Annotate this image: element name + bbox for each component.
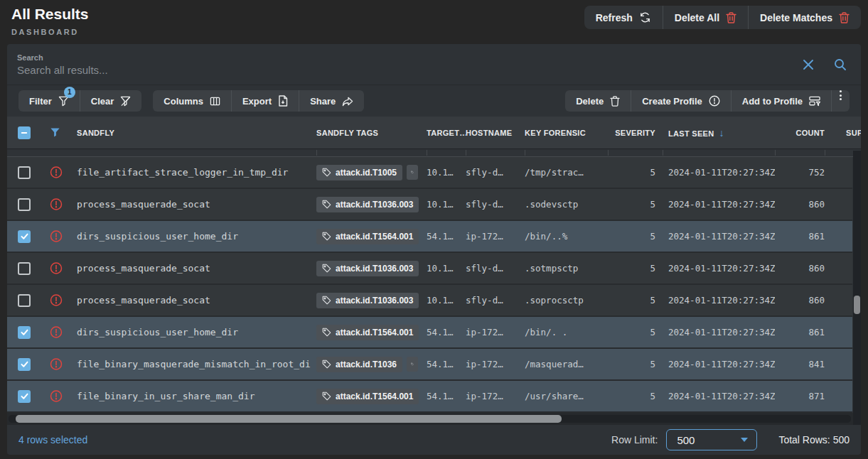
- row-checkbox[interactable]: [18, 358, 31, 371]
- count-cell: 860: [775, 199, 825, 210]
- key-forensic-cell: /tmp/strac…: [525, 167, 608, 178]
- attack-tag-label: attack.id.T1005: [336, 168, 397, 178]
- attack-tag-chip: attack.id.T1036: [316, 357, 402, 372]
- trash-icon: [726, 12, 736, 23]
- target-cell: 54.1…: [427, 391, 466, 401]
- target-cell: 10.1…: [427, 295, 466, 306]
- table-row[interactable]: file_binary_masquerade_mismatch_in_root_…: [7, 349, 852, 381]
- target-cell: 54.1…: [427, 327, 466, 338]
- column-header-target[interactable]: TARGET…: [427, 129, 466, 137]
- column-header-sandfly-tags[interactable]: SANDFLY TAGS: [316, 129, 421, 137]
- attack-tag-chip: attack.id.T1036.003: [316, 261, 419, 276]
- attack-tag-chip-clipped: [407, 357, 418, 372]
- share-arrow-icon: [342, 96, 353, 107]
- refresh-button-label: Refresh: [596, 12, 633, 23]
- row-checkbox[interactable]: [18, 294, 31, 307]
- check-icon: [20, 232, 29, 241]
- sandfly-name-text: process_masquerade_socat: [77, 199, 210, 210]
- share-button[interactable]: Share: [299, 90, 364, 112]
- table-row[interactable]: dirs_suspicious_user_home_dir attack.id.…: [7, 317, 852, 349]
- table-row[interactable]: process_masquerade_socat attack.id.T1036…: [7, 253, 852, 285]
- attack-tag-chip: attack.id.T1564.001: [316, 325, 419, 340]
- severity-cell: 5: [608, 359, 655, 369]
- table-row[interactable]: process_masquerade_socat attack.id.T1036…: [7, 189, 852, 221]
- sandfly-name-link[interactable]: process_masquerade_socat: [77, 263, 311, 274]
- column-header-hostname[interactable]: HOSTNAME: [466, 129, 525, 137]
- alert-icon: [50, 166, 63, 179]
- delete-matches-button[interactable]: Delete Matches: [748, 6, 861, 29]
- horizontal-scrollbar-track[interactable]: [9, 415, 851, 423]
- header-filter-icon[interactable]: [50, 127, 63, 138]
- clear-filter-button[interactable]: Clear: [80, 90, 142, 112]
- vertical-scrollbar-thumb[interactable]: [854, 296, 860, 314]
- column-header-count[interactable]: COUNT: [775, 129, 825, 137]
- table-row[interactable]: file_binary_in_usr_share_man_dir attack.…: [7, 381, 852, 413]
- attack-tag-label: attack.id.T1036.003: [336, 200, 413, 210]
- row-checkbox[interactable]: [18, 198, 31, 211]
- search-input[interactable]: [17, 64, 557, 76]
- sandfly-name-link[interactable]: dirs_suspicious_user_home_dir: [77, 327, 311, 338]
- search-icon[interactable]: [834, 58, 847, 71]
- clear-button-label: Clear: [91, 96, 114, 107]
- profile-filter-icon: [809, 96, 820, 107]
- delete-all-button[interactable]: Delete All: [663, 6, 748, 29]
- target-cell: 54.1…: [427, 359, 466, 369]
- attack-tag-label: attack.id.T1036: [336, 360, 397, 369]
- sort-desc-icon[interactable]: ↓: [719, 127, 724, 139]
- target-cell: 54.1…: [427, 231, 466, 242]
- chevron-down-icon: [741, 438, 748, 442]
- delete-selected-button[interactable]: Delete: [565, 90, 631, 112]
- add-to-profile-button[interactable]: Add to Profile: [731, 90, 831, 112]
- export-button[interactable]: Export: [231, 90, 299, 112]
- table-body: file_artifact_strace_logger_in_tmp_dir a…: [7, 157, 861, 413]
- table-row[interactable]: file_artifact_strace_logger_in_tmp_dir a…: [7, 157, 852, 189]
- alert-icon: [50, 293, 63, 307]
- column-header-super[interactable]: SUPER: [846, 129, 861, 137]
- row-checkbox[interactable]: [18, 326, 31, 339]
- column-header-last-seen[interactable]: LAST SEEN↓: [668, 127, 775, 139]
- vertical-scrollbar-track[interactable]: [853, 151, 861, 425]
- row-checkbox[interactable]: [18, 262, 31, 275]
- sandfly-name-link[interactable]: file_binary_in_usr_share_man_dir: [77, 391, 311, 401]
- row-limit-block: Row Limit: 500: [611, 429, 757, 450]
- alert-icon: [50, 198, 63, 211]
- row-checkbox[interactable]: [18, 390, 31, 403]
- sandfly-name-link[interactable]: file_binary_masquerade_mismatch_in_root_…: [77, 359, 311, 369]
- title-block: All Results DASHBOARD: [11, 6, 89, 44]
- sandfly-name-link[interactable]: process_masquerade_socat: [77, 199, 311, 210]
- target-cell: 10.1…: [427, 167, 466, 178]
- sandfly-name-link[interactable]: dirs_suspicious_user_home_dir: [77, 231, 311, 242]
- sandfly-name-link[interactable]: file_artifact_strace_logger_in_tmp_dir: [77, 167, 311, 178]
- filter-button[interactable]: Filter 1: [18, 90, 80, 112]
- table-row[interactable]: dirs_suspicious_user_home_dir attack.id.…: [7, 221, 852, 253]
- more-options-button[interactable]: [831, 90, 850, 112]
- column-header-key-forensic[interactable]: KEY FORENSIC: [525, 129, 608, 137]
- row-checkbox[interactable]: [18, 230, 31, 243]
- refresh-button[interactable]: Refresh: [584, 6, 663, 29]
- clear-search-icon[interactable]: [803, 59, 814, 70]
- sandfly-name-link[interactable]: process_masquerade_socat: [77, 295, 311, 306]
- sandfly-name-text: process_masquerade_socat: [77, 263, 210, 274]
- tag-icon: [322, 264, 331, 273]
- table-row[interactable]: process_masquerade_socat attack.id.T1036…: [7, 285, 852, 317]
- hostname-cell: sfly-d…: [466, 295, 525, 306]
- count-cell: 860: [775, 263, 825, 274]
- create-profile-button[interactable]: Create Profile: [631, 90, 731, 112]
- tag-icon: [322, 360, 331, 369]
- filter-button-group: Filter 1 Clear: [18, 90, 141, 112]
- funnel-icon: 1: [58, 96, 69, 107]
- column-header-sandfly[interactable]: SANDFLY: [77, 129, 311, 137]
- tag-icon: [322, 232, 331, 241]
- tag-icon: [411, 168, 414, 177]
- columns-button-label: Columns: [164, 96, 203, 107]
- attack-tag-chip: attack.id.T1564.001: [316, 229, 419, 244]
- column-header-severity[interactable]: SEVERITY: [608, 129, 655, 137]
- columns-button[interactable]: Columns: [153, 90, 231, 112]
- count-cell: 752: [775, 167, 825, 178]
- row-limit-select[interactable]: 500: [666, 429, 757, 450]
- sandfly-tags-cell: attack.id.T1564.001: [316, 325, 421, 340]
- horizontal-scrollbar-thumb[interactable]: [16, 415, 562, 423]
- row-checkbox[interactable]: [18, 166, 31, 179]
- select-all-checkbox[interactable]: [18, 126, 31, 139]
- alert-icon: [50, 261, 63, 275]
